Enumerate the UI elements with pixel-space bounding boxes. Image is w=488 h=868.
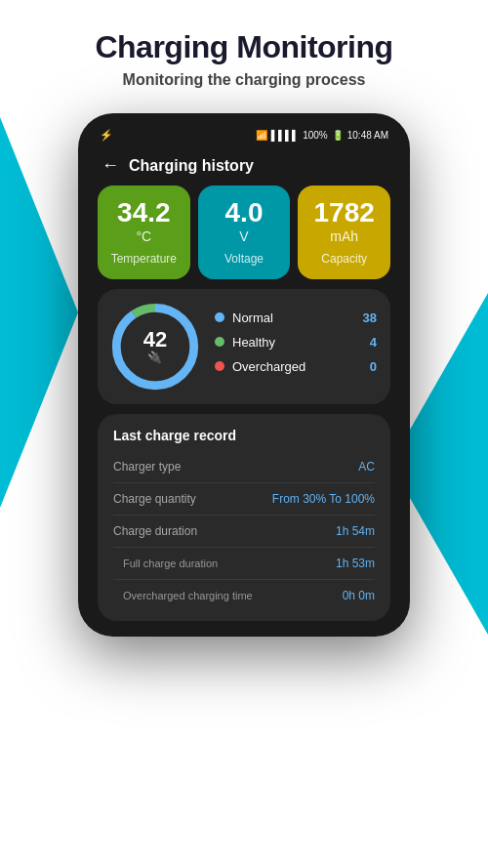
- normal-count: 38: [363, 310, 377, 325]
- signal-bars: ▌▌▌▌: [271, 130, 299, 141]
- divider-2: [113, 515, 375, 516]
- charger-type-value: AC: [358, 460, 375, 474]
- chart-section: 42 🔌 Normal 38 Healthy 4: [98, 289, 390, 404]
- charge-duration-row: Charge duration 1h 54m: [113, 519, 375, 543]
- metric-cards-row: 34.2 °C Temperature 4.0 V Voltage 1782 m…: [88, 186, 400, 289]
- donut-center: 42 🔌: [143, 329, 167, 364]
- record-section: Last charge record Charger type AC Charg…: [98, 414, 390, 621]
- nav-bar: ← Charging history: [88, 147, 400, 186]
- divider-1: [113, 482, 375, 483]
- back-button[interactable]: ←: [102, 155, 119, 176]
- normal-label: Normal: [232, 310, 273, 325]
- app-subtitle: Monitoring the charging process: [20, 71, 468, 89]
- normal-dot: [215, 312, 224, 322]
- legend-item-normal: Normal 38: [215, 310, 377, 325]
- charger-type-row: Charger type AC: [113, 455, 375, 478]
- divider-3: [113, 547, 375, 548]
- flash-icon: ⚡: [100, 129, 113, 142]
- capacity-value: 1782: [314, 199, 375, 227]
- phone-wrapper: ⚡ 📶 ▌▌▌▌ 100% 🔋 10:48 AM ← Charging hist…: [0, 113, 488, 637]
- temperature-unit: °C: [136, 228, 151, 244]
- legend-item-healthy: Healthy 4: [215, 335, 377, 350]
- temperature-card: 34.2 °C Temperature: [98, 186, 190, 279]
- overcharged-count: 0: [370, 359, 377, 374]
- battery-percent: 100%: [303, 130, 328, 141]
- header: Charging Monitoring Monitoring the charg…: [0, 0, 488, 99]
- legend-item-overcharged: Overcharged 0: [215, 359, 377, 374]
- overcharged-label: Overcharged: [232, 359, 305, 374]
- phone-mockup: ⚡ 📶 ▌▌▌▌ 100% 🔋 10:48 AM ← Charging hist…: [78, 113, 410, 637]
- charge-duration-value: 1h 54m: [336, 524, 375, 538]
- voltage-unit: V: [239, 228, 248, 244]
- temperature-label: Temperature: [111, 252, 177, 266]
- battery-icon: 🔋: [332, 130, 344, 141]
- charge-quantity-key: Charge quantity: [113, 492, 196, 506]
- status-icons: 📶 ▌▌▌▌ 100% 🔋 10:48 AM: [256, 130, 388, 141]
- capacity-unit: mAh: [330, 228, 358, 244]
- voltage-value: 4.0: [225, 199, 264, 227]
- status-bar: ⚡ 📶 ▌▌▌▌ 100% 🔋 10:48 AM: [88, 125, 400, 147]
- app-title: Charging Monitoring: [20, 29, 468, 65]
- charge-quantity-row: Charge quantity From 30% To 100%: [113, 487, 375, 511]
- overcharged-time-key: Overcharged charging time: [113, 590, 253, 601]
- full-charge-duration-value: 1h 53m: [336, 557, 375, 570]
- charge-duration-key: Charge duration: [113, 524, 197, 538]
- temperature-value: 34.2: [117, 199, 171, 227]
- charger-type-key: Charger type: [113, 460, 181, 474]
- charge-quantity-value: From 30% To 100%: [272, 492, 375, 506]
- overcharged-dot: [215, 361, 224, 371]
- capacity-label: Capacity: [321, 252, 367, 266]
- overcharged-time-value: 0h 0m: [343, 589, 375, 602]
- divider-4: [113, 579, 375, 580]
- full-charge-duration-key: Full charge duration: [113, 558, 218, 569]
- voltage-label: Voltage: [224, 252, 264, 266]
- donut-chart: 42 🔌: [111, 303, 199, 391]
- voltage-card: 4.0 V Voltage: [198, 186, 291, 279]
- donut-total: 42: [143, 329, 167, 351]
- record-title: Last charge record: [113, 428, 375, 443]
- healthy-dot: [215, 337, 224, 347]
- chart-legend: Normal 38 Healthy 4 Overcharged: [215, 310, 377, 384]
- screen-title: Charging history: [129, 157, 254, 175]
- healthy-count: 4: [370, 335, 377, 350]
- full-charge-duration-row: Full charge duration 1h 53m: [113, 552, 375, 575]
- donut-plug-icon: 🔌: [143, 351, 167, 364]
- wifi-icon: 📶: [256, 130, 267, 141]
- capacity-card: 1782 mAh Capacity: [298, 186, 390, 279]
- healthy-label: Healthy: [232, 335, 275, 350]
- overcharged-time-row: Overcharged charging time 0h 0m: [113, 584, 375, 607]
- time-display: 10:48 AM: [347, 130, 388, 141]
